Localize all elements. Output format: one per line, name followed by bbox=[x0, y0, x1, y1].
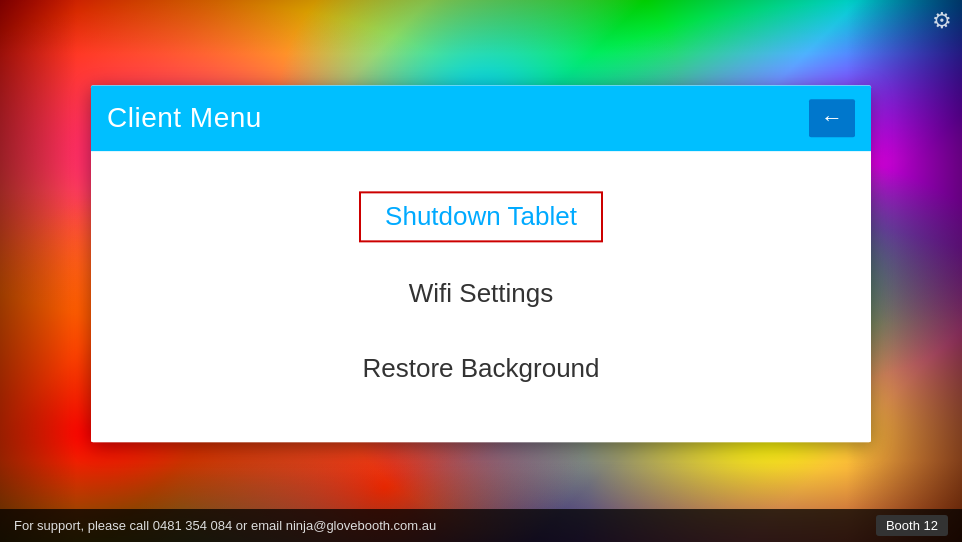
modal-title: Client Menu bbox=[107, 102, 262, 134]
modal-header: Client Menu ← bbox=[91, 85, 871, 151]
back-button[interactable]: ← bbox=[809, 99, 855, 137]
booth-badge: Booth 12 bbox=[876, 515, 948, 536]
bottom-bar: For support, please call 0481 354 084 or… bbox=[0, 509, 962, 542]
modal-body: Shutdown Tablet Wifi Settings Restore Ba… bbox=[91, 151, 871, 442]
restore-background-button[interactable]: Restore Background bbox=[338, 345, 623, 392]
shutdown-tablet-button[interactable]: Shutdown Tablet bbox=[359, 191, 603, 242]
client-menu-modal: Client Menu ← Shutdown Tablet Wifi Setti… bbox=[91, 85, 871, 442]
support-text: For support, please call 0481 354 084 or… bbox=[14, 518, 436, 533]
wifi-settings-button[interactable]: Wifi Settings bbox=[385, 270, 578, 317]
gear-icon[interactable]: ⚙ bbox=[932, 8, 952, 34]
